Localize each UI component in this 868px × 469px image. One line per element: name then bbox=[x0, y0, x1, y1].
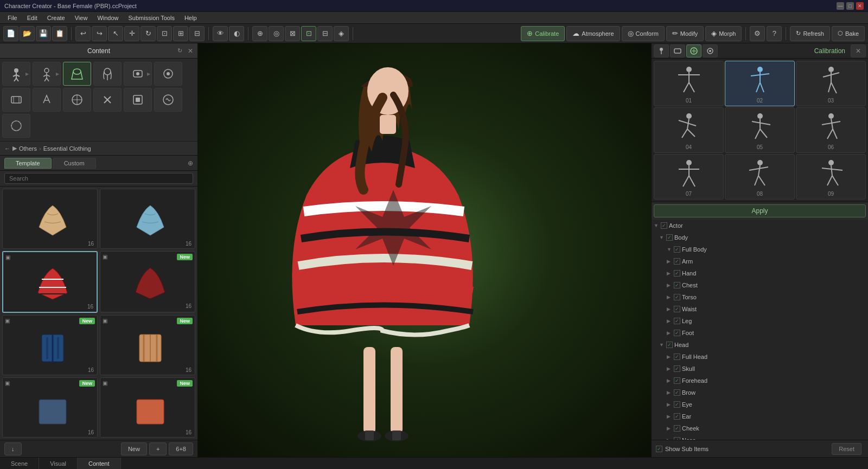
right-tab-mesh[interactable] bbox=[670, 44, 685, 57]
breadcrumb-back-btn[interactable]: ← bbox=[4, 145, 10, 152]
tree-item[interactable]: ▼✓Body bbox=[652, 232, 868, 243]
undo-btn[interactable]: ↩ bbox=[75, 26, 91, 41]
menu-item-edit[interactable]: Edit bbox=[23, 14, 42, 22]
settings-btn[interactable]: ⚙ bbox=[750, 26, 765, 41]
calibrate-mode-btn[interactable]: ⊕ Calibrate bbox=[521, 26, 565, 41]
search-input[interactable] bbox=[4, 173, 193, 184]
tree-item[interactable]: ▶✓Forehead bbox=[652, 375, 868, 387]
icon-tool4-btn[interactable] bbox=[63, 88, 91, 112]
tree-item[interactable]: ▶✓Skull bbox=[652, 363, 868, 375]
tree-item[interactable]: ▶✓Nose bbox=[652, 434, 868, 440]
tree-item[interactable]: ▶✓Chest bbox=[652, 279, 868, 291]
tool5[interactable]: ⊟ bbox=[189, 26, 205, 41]
tree-checkbox[interactable]: ✓ bbox=[674, 270, 680, 277]
icon-cloth-btn[interactable] bbox=[63, 62, 91, 86]
calib-pose-03[interactable]: 03 bbox=[796, 61, 866, 106]
calib-pose-05[interactable]: 05 bbox=[725, 107, 795, 153]
tree-item[interactable]: ▶✓Waist bbox=[652, 303, 868, 315]
calib-pose-09[interactable]: 09 bbox=[796, 154, 866, 200]
render3-btn[interactable]: ⊠ bbox=[285, 26, 300, 41]
tab-custom[interactable]: Custom bbox=[53, 158, 96, 169]
icon-tool7-btn[interactable] bbox=[154, 88, 182, 112]
icon-acc-btn[interactable]: ▶ bbox=[124, 62, 152, 86]
breadcrumb-folder-btn[interactable]: ▶ bbox=[12, 145, 17, 152]
breadcrumb-others[interactable]: Others bbox=[19, 145, 37, 152]
save-btn[interactable]: 💾 bbox=[36, 26, 51, 41]
minimize-btn[interactable]: — bbox=[837, 2, 844, 10]
list-item[interactable]: ▣ 16 Cape Shawl_C bbox=[2, 251, 98, 312]
tree-item[interactable]: ▶✓Cheek bbox=[652, 422, 868, 434]
tree-checkbox[interactable]: ✓ bbox=[674, 413, 680, 420]
menu-item-help[interactable]: Help bbox=[180, 14, 201, 22]
tree-checkbox[interactable]: ✓ bbox=[674, 306, 680, 312]
menu-item-file[interactable]: File bbox=[3, 14, 22, 22]
tree-checkbox[interactable]: ✓ bbox=[666, 342, 673, 348]
tree-checkbox[interactable]: ✓ bbox=[674, 294, 680, 300]
show-sub-checkbox[interactable]: ✓ bbox=[656, 446, 662, 452]
maximize-btn[interactable]: □ bbox=[846, 2, 854, 10]
tree-item[interactable]: ▶✓Eye bbox=[652, 399, 868, 410]
render2-btn[interactable]: ◎ bbox=[269, 26, 284, 41]
calib-pose-06[interactable]: 06 bbox=[796, 107, 866, 153]
icon-tool5-btn[interactable] bbox=[93, 88, 122, 112]
move-btn[interactable]: ✛ bbox=[124, 26, 139, 41]
icon-tool6-btn[interactable] bbox=[124, 88, 152, 112]
tree-item[interactable]: ▶✓Brow bbox=[652, 387, 868, 399]
tree-item[interactable]: ▼✓Actor bbox=[652, 220, 868, 232]
tree-checkbox[interactable]: ✓ bbox=[674, 318, 680, 324]
right-panel-close[interactable]: ✕ bbox=[851, 44, 866, 57]
tree-item[interactable]: ▶✓Leg bbox=[652, 315, 868, 327]
tree-item[interactable]: ▶✓Arm bbox=[652, 255, 868, 267]
tree-item[interactable]: ▶✓Foot bbox=[652, 327, 868, 339]
redo-btn[interactable]: ↪ bbox=[92, 26, 107, 41]
list-item[interactable]: ▣ New 16 Cape Shawl_D bbox=[100, 251, 195, 312]
tree-checkbox[interactable]: ✓ bbox=[674, 377, 680, 384]
close-btn[interactable]: ✕ bbox=[856, 2, 864, 10]
options-btn[interactable]: ⊕ bbox=[188, 159, 193, 167]
render6-btn[interactable]: ◈ bbox=[334, 26, 349, 41]
icon-morph-btn[interactable]: ▶ bbox=[33, 62, 61, 86]
show-sub-items-check[interactable]: ✓ Show Sub Items bbox=[656, 446, 709, 452]
view2-btn[interactable]: ◐ bbox=[229, 26, 244, 41]
rotate-btn[interactable]: ↻ bbox=[141, 26, 156, 41]
open-btn[interactable]: 📂 bbox=[20, 26, 35, 41]
tree-checkbox[interactable]: ✓ bbox=[674, 246, 680, 253]
window-controls[interactable]: — □ ✕ bbox=[837, 2, 864, 10]
tree-item[interactable]: ▶✓Ear bbox=[652, 410, 868, 422]
reset-button[interactable]: Reset bbox=[832, 443, 861, 455]
refresh-btn[interactable]: ↻ Refresh bbox=[790, 26, 830, 41]
tree-checkbox[interactable]: ✓ bbox=[674, 282, 680, 288]
help-btn[interactable]: ? bbox=[767, 26, 782, 41]
apply-button[interactable]: Apply bbox=[654, 204, 866, 217]
left-close-btn[interactable]: ✕ bbox=[188, 47, 193, 55]
render4-btn[interactable]: ⊡ bbox=[301, 26, 316, 41]
icon-figure-btn[interactable]: ▶ bbox=[2, 62, 30, 86]
view1-btn[interactable]: 👁 bbox=[213, 26, 228, 41]
list-item[interactable]: ▣ New 16 bbox=[100, 377, 195, 438]
right-tab-actor[interactable] bbox=[654, 44, 669, 57]
scroll-down-btn[interactable]: ↓ bbox=[4, 442, 22, 455]
conform-mode-btn[interactable]: ◎ Conform bbox=[622, 26, 665, 41]
tree-item[interactable]: ▼✓Full Body bbox=[652, 243, 868, 255]
tree-checkbox[interactable]: ✓ bbox=[674, 258, 680, 265]
new-item-btn[interactable]: New bbox=[121, 442, 147, 455]
calib-pose-01[interactable]: 01 bbox=[654, 61, 724, 106]
right-tab-settings[interactable] bbox=[703, 44, 718, 57]
tab-content[interactable]: Content bbox=[78, 458, 121, 469]
tree-checkbox[interactable]: ✓ bbox=[661, 222, 667, 229]
icon-tool2-btn[interactable] bbox=[2, 88, 30, 112]
tab-scene[interactable]: Scene bbox=[0, 458, 39, 469]
menu-item-window[interactable]: Window bbox=[93, 14, 123, 22]
tree-item[interactable]: ▶✓Full Head bbox=[652, 351, 868, 363]
list-item[interactable]: 16 Cape Shawl_A bbox=[2, 189, 98, 249]
list-item[interactable]: ▣ New 16 bbox=[2, 377, 98, 438]
menu-item-submission tools[interactable]: Submission Tools bbox=[124, 14, 179, 22]
morph-mode-btn[interactable]: ◈ Morph bbox=[705, 26, 742, 41]
list-item[interactable]: 16 Cape Shawl_B bbox=[100, 189, 195, 249]
tree-item[interactable]: ▶✓Torso bbox=[652, 291, 868, 303]
tree-checkbox[interactable]: ✓ bbox=[674, 389, 680, 396]
render1-btn[interactable]: ⊕ bbox=[252, 26, 267, 41]
snap-btn[interactable]: ⊞ bbox=[173, 26, 188, 41]
icon-tool1-btn[interactable] bbox=[154, 62, 182, 86]
list-item[interactable]: ▣ New 16 Tied-up Shirt_A bbox=[2, 315, 98, 375]
